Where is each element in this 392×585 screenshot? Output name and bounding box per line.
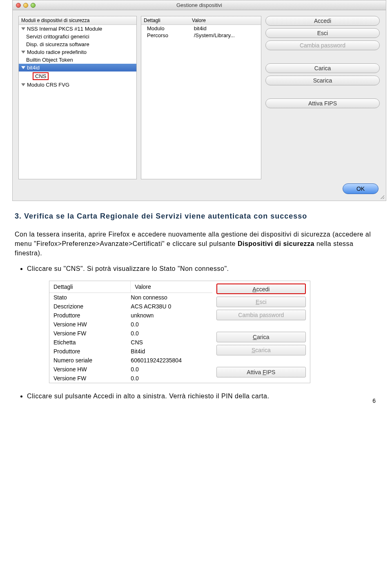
login-button[interactable]: Accedi [216,284,306,294]
tree-header: Moduli e dispositivi di sicurezza [19,16,136,25]
unload-button[interactable]: Scarica [265,76,380,85]
details-row: Numero seriale6060119242235804 [49,356,212,365]
tree-item[interactable]: Servizi crittografici generici [19,33,136,40]
section-heading: 3. Verifica se la Carta Regionale dei Se… [15,211,377,221]
details-row: Versione FW0.0 [49,329,212,338]
details-row: Produttoreunknown [49,311,212,320]
tree-item[interactable]: Modulo radice predefinito [19,48,136,56]
chevron-down-icon [21,27,25,30]
detail-value: /System/Library... [194,32,258,38]
tree-item-label: Modulo CRS FVG [27,82,69,88]
tree-item-selected[interactable]: bit4id [19,64,136,71]
details-row: Modulo bit4id [141,25,261,32]
details-col-value: Valore [131,281,212,292]
details-row: Versione FW0.0 [49,374,212,383]
details-col-key: Dettagli [144,18,192,23]
bullet-item: Cliccare su "CNS". Si potrà visualizzare… [27,264,377,273]
logout-button: Esci [216,297,306,307]
login-button[interactable]: Accedi [265,16,380,26]
bullet-item: Cliccare sul pulsante Accedi in alto a s… [27,391,377,401]
tree-item[interactable]: Builtin Object Token [19,56,136,64]
chevron-down-icon [21,51,25,54]
tree-item-cns[interactable]: CNS [19,71,136,81]
load-button[interactable]: Carica [216,332,306,342]
tree-item-label: Disp. di sicurezza software [26,41,89,47]
device-manager-dialog: Gestione dispositivi Moduli e dispositiv… [12,0,386,201]
details-header: Dettagli Valore [49,281,212,293]
details-row: DescrizioneACS ACR38U 0 [49,302,212,311]
tree-item[interactable]: NSS Internal PKCS #11 Module [19,25,136,33]
chevron-down-icon [21,83,25,86]
detail-value: bit4id [194,25,258,31]
details-row: Versione HW0.0 [49,320,212,329]
enable-fips-button[interactable]: Attiva FIPS [216,367,306,377]
tree-item-label: bit4id [27,65,40,71]
details-col-value: Valore [192,18,258,23]
details-row: Percorso /System/Library... [141,32,261,39]
detail-key: Modulo [147,25,194,31]
tree-item-label: Servizi crittografici generici [26,33,89,40]
page-number: 6 [372,397,376,404]
details-row: EtichettaCNS [49,338,212,347]
tree-item-label: Builtin Object Token [26,57,73,63]
tree-item-label: NSS Internal PKCS #11 Module [27,26,102,32]
modules-tree[interactable]: Moduli e dispositivi di sicurezza NSS In… [18,16,137,179]
change-password-button: Cambia password [265,40,380,50]
load-button[interactable]: Carica [265,63,380,73]
details-row: Versione HW0.0 [49,365,212,374]
action-buttons: Accedi Esci Cambia password Carica Scari… [265,16,380,179]
tree-item-label: Modulo radice predefinito [27,49,87,55]
details-row: ProduttoreBit4id [49,347,212,356]
enable-fips-button[interactable]: Attiva FIPS [265,98,380,108]
details-col-key: Dettagli [49,281,131,292]
chevron-down-icon [21,66,25,69]
details-header: Dettagli Valore [141,16,261,25]
section-paragraph: Con la tessera inserita, aprire Firefox … [15,230,377,258]
titlebar: Gestione dispositivi [13,0,386,10]
details-panel: Dettagli Valore Modulo bit4id Percorso /… [141,16,261,179]
cns-highlight: CNS [33,72,49,80]
window-title: Gestione dispositivi [13,2,386,8]
unload-button: Scarica [216,345,306,355]
tree-item[interactable]: Modulo CRS FVG [19,81,136,89]
change-password-button: Cambia password [216,310,306,320]
cns-details-panel: Dettagli Valore StatoNon connesso Descri… [49,281,310,383]
resize-grip-icon[interactable] [379,194,384,199]
details-row: StatoNon connesso [49,293,212,302]
detail-key: Percorso [147,32,194,38]
tree-item[interactable]: Disp. di sicurezza software [19,40,136,48]
logout-button[interactable]: Esci [265,28,380,38]
ok-button[interactable]: OK [343,183,379,194]
